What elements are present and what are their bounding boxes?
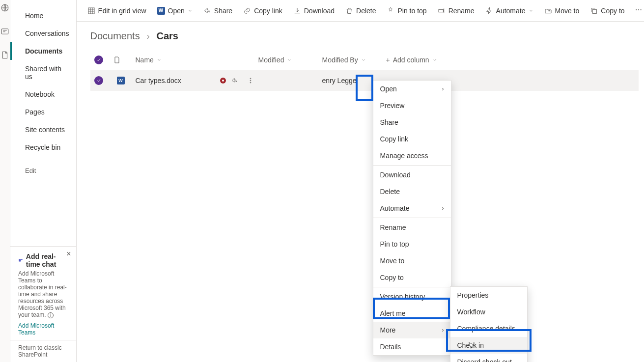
menu-details[interactable]: Details bbox=[373, 338, 451, 355]
menu-divider bbox=[373, 165, 451, 166]
menu-rename[interactable]: Rename bbox=[373, 219, 451, 236]
svg-point-11 bbox=[250, 80, 251, 81]
select-all[interactable] bbox=[90, 56, 113, 64]
svg-point-3 bbox=[21, 259, 22, 260]
news-icon[interactable] bbox=[0, 27, 10, 36]
move-button[interactable]: Move to bbox=[539, 4, 585, 18]
menu-divider bbox=[373, 218, 451, 218]
chevron-down-icon bbox=[188, 8, 193, 13]
svg-rect-2 bbox=[19, 259, 21, 262]
page-icon[interactable] bbox=[0, 50, 10, 60]
list-header: Name Modified Modified By +Add column bbox=[90, 50, 639, 70]
download-button[interactable]: Download bbox=[288, 4, 339, 18]
promo-body: Add Microsoft Teams to collaborate in re… bbox=[18, 270, 68, 318]
menu-share[interactable]: Share bbox=[373, 114, 451, 131]
nav-recycle-bin[interactable]: Recycle bin bbox=[10, 139, 76, 156]
chevron-down-icon bbox=[529, 8, 533, 13]
nav-home[interactable]: Home bbox=[10, 7, 76, 25]
copy-link-button[interactable]: Copy link bbox=[238, 4, 287, 18]
toolbar-overflow-button[interactable] bbox=[631, 3, 644, 18]
delete-button[interactable]: Delete bbox=[340, 4, 381, 18]
file-row[interactable]: W Car types.docx enry Legge bbox=[90, 70, 639, 91]
chevron-right-icon: › bbox=[146, 30, 150, 41]
open-button[interactable]: W Open bbox=[152, 4, 197, 18]
chevron-right-icon: › bbox=[442, 327, 444, 334]
edit-grid-button[interactable]: Edit in grid view bbox=[83, 4, 151, 18]
modified-column[interactable]: Modified bbox=[258, 56, 322, 64]
menu-copy-link[interactable]: Copy link bbox=[373, 131, 451, 147]
teams-promo-card: × Add real-time chat Add Microsoft Teams… bbox=[10, 246, 76, 340]
share-icon[interactable] bbox=[231, 77, 238, 84]
modified-by-column[interactable]: Modified By bbox=[322, 56, 386, 64]
menu-manage-access[interactable]: Manage access bbox=[373, 147, 451, 164]
promo-link[interactable]: Add Microsoft Teams bbox=[18, 322, 68, 336]
svg-rect-1 bbox=[1, 29, 8, 34]
word-icon: W bbox=[157, 7, 165, 15]
nav-conversations[interactable]: Conversations bbox=[10, 25, 76, 42]
row-selected-icon[interactable] bbox=[94, 76, 103, 85]
share-button[interactable]: Share bbox=[198, 4, 237, 18]
menu-preview[interactable]: Preview bbox=[373, 97, 451, 114]
menu-alert-me[interactable]: Alert me bbox=[373, 305, 451, 322]
copy-button[interactable]: Copy to bbox=[585, 4, 629, 18]
name-column[interactable]: Name bbox=[136, 56, 258, 64]
svg-point-9 bbox=[640, 9, 641, 10]
chevron-right-icon: › bbox=[442, 85, 444, 92]
nav-notebook[interactable]: Notebook bbox=[10, 85, 76, 103]
menu-more[interactable]: More› bbox=[373, 322, 451, 338]
svg-point-8 bbox=[638, 9, 639, 10]
svg-rect-4 bbox=[88, 8, 94, 14]
chevron-right-icon: › bbox=[442, 205, 444, 212]
submenu-properties[interactable]: Properties bbox=[450, 287, 527, 304]
nav-documents[interactable]: Documents bbox=[10, 42, 76, 60]
nav-shared[interactable]: Shared with us bbox=[10, 60, 76, 85]
close-icon[interactable]: × bbox=[66, 250, 71, 258]
menu-delete[interactable]: Delete bbox=[373, 183, 451, 200]
more-submenu: Properties Workflow Compliance details C… bbox=[450, 286, 528, 362]
menu-move[interactable]: Move to bbox=[373, 252, 451, 269]
word-file-icon: W bbox=[117, 77, 125, 84]
classic-link[interactable]: Return to classic SharePoint bbox=[10, 340, 76, 362]
submenu-check-in[interactable]: Check in bbox=[450, 337, 527, 354]
file-context-menu: Open› Preview Share Copy link Manage acc… bbox=[373, 80, 451, 356]
breadcrumb-current: Cars bbox=[156, 30, 178, 41]
svg-point-10 bbox=[250, 78, 251, 79]
file-list: Name Modified Modified By +Add column W … bbox=[77, 50, 644, 91]
row-actions-button[interactable] bbox=[243, 73, 258, 88]
site-nav: Home Conversations Documents Shared with… bbox=[10, 0, 77, 362]
breadcrumb: Documents › Cars bbox=[77, 22, 644, 50]
rename-button[interactable]: Rename bbox=[433, 4, 479, 18]
file-name[interactable]: Car types.docx bbox=[136, 77, 181, 84]
nav-site-contents[interactable]: Site contents bbox=[10, 121, 76, 139]
svg-rect-6 bbox=[593, 9, 597, 13]
nav-pages[interactable]: Pages bbox=[10, 103, 76, 121]
nav-edit[interactable]: Edit bbox=[10, 156, 76, 179]
cursor-icon bbox=[468, 342, 476, 350]
check-icon bbox=[94, 56, 103, 64]
svg-point-12 bbox=[250, 82, 251, 83]
globe-icon[interactable] bbox=[0, 3, 10, 13]
menu-divider bbox=[373, 287, 451, 287]
menu-open[interactable]: Open› bbox=[373, 81, 451, 97]
submenu-workflow[interactable]: Workflow bbox=[450, 304, 527, 320]
menu-version-history[interactable]: Version history bbox=[373, 288, 451, 305]
svg-point-7 bbox=[636, 9, 637, 10]
command-bar: Edit in grid view W Open Share Copy link… bbox=[77, 0, 644, 22]
svg-rect-5 bbox=[439, 9, 443, 12]
menu-download[interactable]: Download bbox=[373, 167, 451, 183]
type-column[interactable] bbox=[113, 56, 136, 64]
pin-button[interactable]: Pin to top bbox=[382, 4, 431, 18]
menu-automate[interactable]: Automate› bbox=[373, 200, 451, 217]
submenu-discard[interactable]: Discard check out bbox=[450, 354, 527, 362]
menu-copy[interactable]: Copy to bbox=[373, 269, 451, 286]
menu-pin[interactable]: Pin to top bbox=[373, 236, 451, 252]
checked-out-icon bbox=[220, 78, 226, 84]
automate-button[interactable]: Automate bbox=[480, 4, 538, 18]
promo-title: Add real-time chat bbox=[18, 252, 68, 268]
submenu-compliance[interactable]: Compliance details bbox=[450, 320, 527, 337]
app-rail bbox=[0, 0, 10, 362]
main-area: Edit in grid view W Open Share Copy link… bbox=[77, 0, 644, 362]
add-column-button[interactable]: +Add column bbox=[386, 56, 465, 64]
breadcrumb-parent[interactable]: Documents bbox=[90, 30, 140, 41]
